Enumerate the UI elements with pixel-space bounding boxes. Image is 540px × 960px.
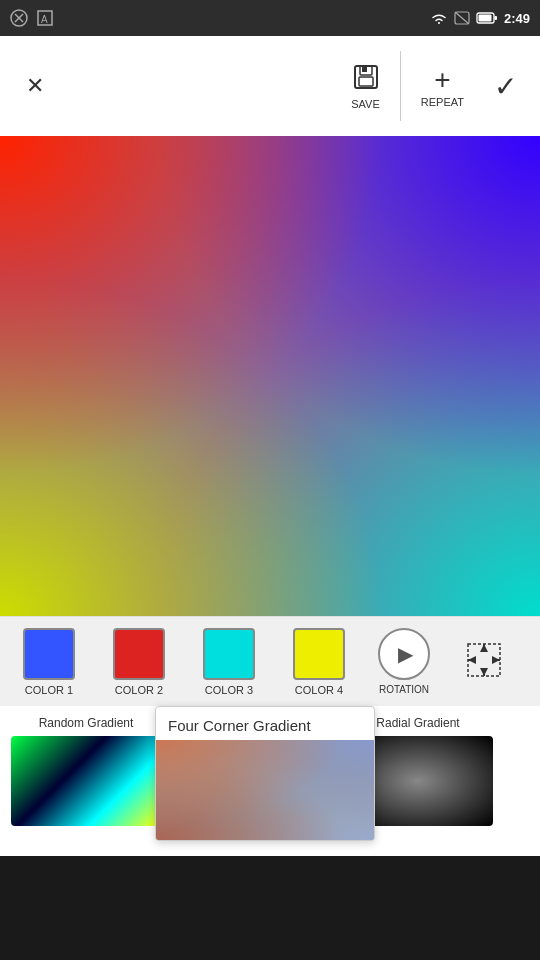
color1-label: COLOR 1 <box>25 684 73 696</box>
font-icon: A <box>36 9 54 27</box>
color2-swatch[interactable]: COLOR 2 <box>94 624 184 700</box>
color2-label: COLOR 2 <box>115 684 163 696</box>
svg-rect-13 <box>362 67 367 72</box>
swatches-bar: COLOR 1 COLOR 2 COLOR 3 COLOR 4 ▶ ROTATI… <box>0 616 540 706</box>
color2-box <box>113 628 165 680</box>
color3-box <box>203 628 255 680</box>
save-icon <box>352 63 380 91</box>
svg-marker-20 <box>468 656 476 664</box>
gradient-canvas[interactable] <box>0 136 540 616</box>
color3-swatch[interactable]: COLOR 3 <box>184 624 274 700</box>
random-gradient-thumb <box>11 736 161 826</box>
repeat-button[interactable]: + REPEAT <box>405 56 480 116</box>
svg-rect-9 <box>494 16 497 20</box>
svg-line-6 <box>455 12 469 24</box>
svg-marker-18 <box>480 668 488 676</box>
floppy-icon <box>352 63 380 98</box>
color4-box <box>293 628 345 680</box>
save-button[interactable]: SAVE <box>335 55 396 118</box>
color3-label: COLOR 3 <box>205 684 253 696</box>
four-corner-popup-thumb <box>156 740 374 840</box>
random-gradient-option[interactable]: Random Gradient <box>6 716 166 826</box>
color1-box <box>23 628 75 680</box>
toolbar: SAVE + REPEAT <box>0 36 540 136</box>
random-gradient-label: Random Gradient <box>39 716 134 730</box>
wifi-icon <box>430 11 448 25</box>
no-sim-icon <box>454 11 470 25</box>
svg-rect-8 <box>478 15 491 22</box>
svg-rect-12 <box>359 77 373 86</box>
close-circle-icon <box>10 9 28 27</box>
plus-icon: + <box>434 64 450 96</box>
time-display: 2:49 <box>504 11 530 26</box>
color4-swatch[interactable]: COLOR 4 <box>274 624 364 700</box>
color4-label: COLOR 4 <box>295 684 343 696</box>
gradient-options: Random Gradient Radial Gradient Four Cor… <box>0 706 540 856</box>
battery-icon <box>476 12 498 24</box>
four-corner-popup[interactable]: Four Corner Gradient <box>155 706 375 841</box>
close-button[interactable] <box>10 61 60 111</box>
repeat-label: REPEAT <box>421 96 464 108</box>
toolbar-divider <box>400 51 401 121</box>
four-arrows-icon <box>464 640 504 680</box>
svg-marker-16 <box>480 644 488 652</box>
radial-gradient-label: Radial Gradient <box>376 716 459 730</box>
rotation-button[interactable]: ▶ ROTATION <box>364 628 444 695</box>
color1-swatch[interactable]: COLOR 1 <box>4 624 94 700</box>
toolbar-actions: SAVE + REPEAT <box>335 51 530 121</box>
svg-text:A: A <box>41 14 48 25</box>
close-icon <box>26 73 44 99</box>
status-bar-left-icons: A <box>10 9 54 27</box>
rotation-label: ROTATION <box>379 684 429 695</box>
status-bar: A 2:49 <box>0 0 540 36</box>
svg-marker-22 <box>492 656 500 664</box>
check-icon <box>494 70 517 103</box>
four-corner-popup-label: Four Corner Gradient <box>156 707 374 740</box>
confirm-button[interactable] <box>480 61 530 111</box>
move-button[interactable] <box>444 634 524 690</box>
save-label: SAVE <box>351 98 380 110</box>
rotation-icon: ▶ <box>378 628 430 680</box>
move-arrows-icon <box>458 634 510 686</box>
status-bar-right-icons: 2:49 <box>430 11 530 26</box>
rotation-play-icon: ▶ <box>398 642 413 666</box>
